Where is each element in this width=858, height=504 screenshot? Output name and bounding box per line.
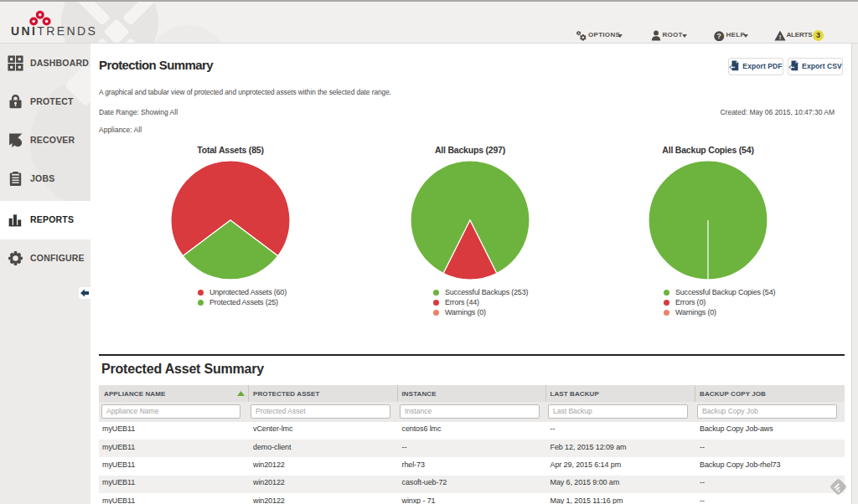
svg-text:!: !	[779, 33, 782, 41]
svg-text:?: ?	[717, 32, 721, 40]
